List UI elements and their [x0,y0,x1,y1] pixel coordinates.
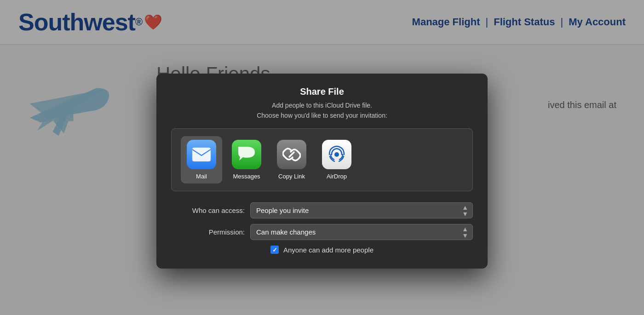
copylink-icon [282,145,301,164]
permission-wrapper: Can make changes View only ▲ ▼ [250,224,473,240]
airdrop-icon-box [322,140,351,169]
messages-icon [237,146,256,163]
checkbox-checkmark: ✓ [272,246,277,253]
share-item-mail[interactable]: Mail [181,136,222,183]
share-item-airdrop[interactable]: AirDrop [316,136,357,183]
mail-icon [192,147,211,162]
mail-icon-box [187,140,216,169]
who-can-access-select[interactable]: People you invite Anyone with the link [250,202,473,218]
airdrop-label: AirDrop [327,173,347,180]
messages-icon-box [232,140,261,169]
permission-select[interactable]: Can make changes View only [250,224,473,240]
anyone-add-people-checkbox[interactable]: ✓ Anyone can add more people [270,246,374,254]
share-item-copylink[interactable]: Copy Link [271,136,312,183]
modal-subtitle: Add people to this iCloud Drive file. [171,102,473,109]
who-can-access-wrapper: People you invite Anyone with the link ▲… [250,202,473,218]
checkbox-row: ✓ Anyone can add more people [171,246,473,254]
svg-rect-0 [192,148,211,161]
checkbox-label: Anyone can add more people [283,246,374,254]
checkbox-box: ✓ [270,246,279,254]
svg-point-3 [334,152,339,157]
messages-label: Messages [233,173,260,180]
who-can-access-label: Who can access: [171,206,245,214]
permission-row: Permission: Can make changes View only ▲… [171,224,473,240]
airdrop-icon [327,145,346,164]
copylink-icon-box [277,140,306,169]
share-item-messages[interactable]: Messages [226,136,267,183]
modal-title: Share File [171,86,473,97]
modal-overlay: Share File Add people to this iCloud Dri… [0,0,644,315]
svg-line-2 [289,152,294,157]
share-file-modal: Share File Add people to this iCloud Dri… [156,74,488,269]
share-icons-container: Mail Messages [171,128,473,191]
permission-label: Permission: [171,228,245,236]
modal-instruction: Choose how you'd like to send your invit… [171,112,473,119]
who-can-access-row: Who can access: People you invite Anyone… [171,202,473,218]
copylink-label: Copy Link [278,173,305,180]
mail-label: Mail [196,173,207,180]
